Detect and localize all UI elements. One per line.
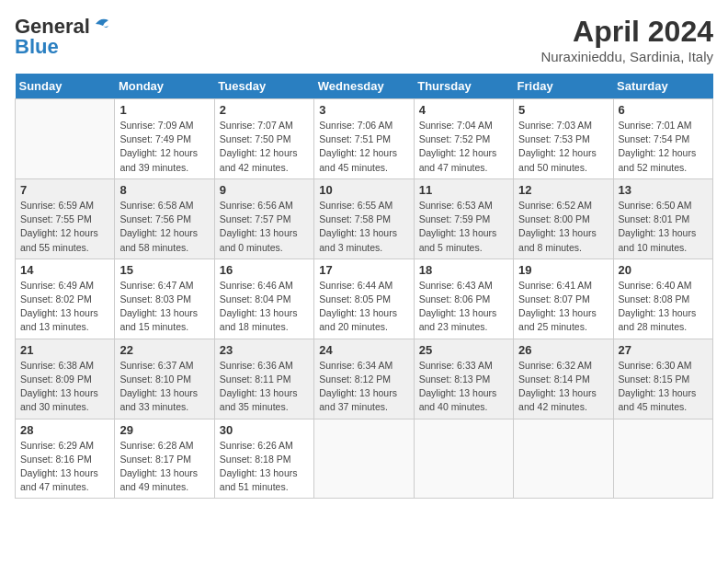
calendar-cell: 7Sunrise: 6:59 AMSunset: 7:55 PMDaylight… <box>16 178 115 259</box>
calendar-cell: 8Sunrise: 6:58 AMSunset: 7:56 PMDaylight… <box>115 178 214 259</box>
weekday-header-tuesday: Tuesday <box>214 74 313 99</box>
day-number: 26 <box>518 343 608 357</box>
calendar-cell: 19Sunrise: 6:41 AMSunset: 8:07 PMDayligh… <box>514 259 613 339</box>
day-number: 15 <box>119 263 209 277</box>
day-detail: Sunrise: 6:29 AMSunset: 8:16 PMDaylight:… <box>20 439 109 495</box>
day-number: 22 <box>119 343 209 357</box>
logo-bird-icon <box>92 17 112 33</box>
day-number: 8 <box>119 183 209 197</box>
day-detail: Sunrise: 6:41 AMSunset: 8:07 PMDaylight:… <box>518 279 608 335</box>
calendar-cell: 14Sunrise: 6:49 AMSunset: 8:02 PMDayligh… <box>16 259 115 339</box>
calendar-cell: 6Sunrise: 7:01 AMSunset: 7:54 PMDaylight… <box>613 99 712 179</box>
day-detail: Sunrise: 6:34 AMSunset: 8:12 PMDaylight:… <box>319 359 408 415</box>
day-detail: Sunrise: 6:30 AMSunset: 8:15 PMDaylight:… <box>619 359 708 415</box>
calendar-week-row: 14Sunrise: 6:49 AMSunset: 8:02 PMDayligh… <box>16 259 713 339</box>
calendar-cell: 27Sunrise: 6:30 AMSunset: 8:15 PMDayligh… <box>613 339 712 419</box>
calendar-cell: 10Sunrise: 6:55 AMSunset: 7:58 PMDayligh… <box>314 178 414 259</box>
day-number: 5 <box>518 103 608 117</box>
day-number: 18 <box>419 263 508 277</box>
calendar-cell <box>414 419 513 499</box>
day-detail: Sunrise: 7:07 AMSunset: 7:50 PMDaylight:… <box>220 119 309 175</box>
day-detail: Sunrise: 6:47 AMSunset: 8:03 PMDaylight:… <box>119 279 209 335</box>
calendar-week-row: 7Sunrise: 6:59 AMSunset: 7:55 PMDaylight… <box>16 178 713 259</box>
day-number: 13 <box>619 183 708 197</box>
logo-blue-text: Blue <box>15 35 59 59</box>
calendar-cell: 16Sunrise: 6:46 AMSunset: 8:04 PMDayligh… <box>214 259 313 339</box>
calendar-week-row: 21Sunrise: 6:38 AMSunset: 8:09 PMDayligh… <box>16 339 713 419</box>
title-area: April 2024 Nuraxinieddu, Sardinia, Italy <box>540 15 713 64</box>
weekday-header-thursday: Thursday <box>414 74 513 99</box>
day-number: 28 <box>20 423 109 437</box>
day-number: 24 <box>319 343 408 357</box>
day-detail: Sunrise: 6:32 AMSunset: 8:14 PMDaylight:… <box>518 359 608 415</box>
calendar-cell: 11Sunrise: 6:53 AMSunset: 7:59 PMDayligh… <box>414 178 513 259</box>
calendar-cell: 4Sunrise: 7:04 AMSunset: 7:52 PMDaylight… <box>414 99 513 179</box>
day-number: 7 <box>20 183 109 197</box>
day-detail: Sunrise: 6:36 AMSunset: 8:11 PMDaylight:… <box>220 359 309 415</box>
calendar-cell: 15Sunrise: 6:47 AMSunset: 8:03 PMDayligh… <box>115 259 214 339</box>
day-number: 21 <box>20 343 109 357</box>
day-detail: Sunrise: 6:55 AMSunset: 7:58 PMDaylight:… <box>319 199 408 255</box>
day-detail: Sunrise: 6:44 AMSunset: 8:05 PMDaylight:… <box>319 279 408 335</box>
day-detail: Sunrise: 6:46 AMSunset: 8:04 PMDaylight:… <box>220 279 309 335</box>
day-detail: Sunrise: 6:56 AMSunset: 7:57 PMDaylight:… <box>220 199 309 255</box>
day-detail: Sunrise: 7:03 AMSunset: 7:53 PMDaylight:… <box>518 119 608 175</box>
day-detail: Sunrise: 7:04 AMSunset: 7:52 PMDaylight:… <box>419 119 508 175</box>
day-detail: Sunrise: 6:49 AMSunset: 8:02 PMDaylight:… <box>20 279 109 335</box>
day-detail: Sunrise: 6:38 AMSunset: 8:09 PMDaylight:… <box>20 359 109 415</box>
weekday-header-monday: Monday <box>115 74 214 99</box>
day-detail: Sunrise: 6:40 AMSunset: 8:08 PMDaylight:… <box>619 279 708 335</box>
calendar-cell: 17Sunrise: 6:44 AMSunset: 8:05 PMDayligh… <box>314 259 414 339</box>
calendar-cell: 29Sunrise: 6:28 AMSunset: 8:17 PMDayligh… <box>115 419 214 499</box>
day-detail: Sunrise: 6:53 AMSunset: 7:59 PMDaylight:… <box>419 199 508 255</box>
calendar-cell: 1Sunrise: 7:09 AMSunset: 7:49 PMDaylight… <box>115 99 214 179</box>
calendar-cell: 22Sunrise: 6:37 AMSunset: 8:10 PMDayligh… <box>115 339 214 419</box>
day-number: 17 <box>319 263 408 277</box>
weekday-header-sunday: Sunday <box>16 74 115 99</box>
day-detail: Sunrise: 6:33 AMSunset: 8:13 PMDaylight:… <box>419 359 508 415</box>
day-number: 6 <box>619 103 708 117</box>
calendar-cell: 5Sunrise: 7:03 AMSunset: 7:53 PMDaylight… <box>514 99 613 179</box>
calendar-cell: 20Sunrise: 6:40 AMSunset: 8:08 PMDayligh… <box>613 259 712 339</box>
calendar-cell: 2Sunrise: 7:07 AMSunset: 7:50 PMDaylight… <box>214 99 313 179</box>
calendar-week-row: 28Sunrise: 6:29 AMSunset: 8:16 PMDayligh… <box>16 419 713 499</box>
calendar-cell: 26Sunrise: 6:32 AMSunset: 8:14 PMDayligh… <box>514 339 613 419</box>
calendar-cell: 21Sunrise: 6:38 AMSunset: 8:09 PMDayligh… <box>16 339 115 419</box>
calendar-cell <box>613 419 712 499</box>
day-detail: Sunrise: 6:43 AMSunset: 8:06 PMDaylight:… <box>419 279 508 335</box>
day-number: 12 <box>518 183 608 197</box>
calendar-cell <box>514 419 613 499</box>
day-number: 1 <box>119 103 209 117</box>
calendar-cell: 18Sunrise: 6:43 AMSunset: 8:06 PMDayligh… <box>414 259 513 339</box>
day-number: 29 <box>119 423 209 437</box>
calendar-table: SundayMondayTuesdayWednesdayThursdayFrid… <box>15 74 713 499</box>
location: Nuraxinieddu, Sardinia, Italy <box>540 49 713 64</box>
day-number: 9 <box>220 183 309 197</box>
weekday-header-wednesday: Wednesday <box>314 74 414 99</box>
day-number: 23 <box>220 343 309 357</box>
calendar-cell: 13Sunrise: 6:50 AMSunset: 8:01 PMDayligh… <box>613 178 712 259</box>
day-number: 20 <box>619 263 708 277</box>
day-detail: Sunrise: 6:28 AMSunset: 8:17 PMDaylight:… <box>119 439 209 495</box>
calendar-cell: 24Sunrise: 6:34 AMSunset: 8:12 PMDayligh… <box>314 339 414 419</box>
weekday-header-saturday: Saturday <box>613 74 712 99</box>
day-detail: Sunrise: 6:58 AMSunset: 7:56 PMDaylight:… <box>119 199 209 255</box>
calendar-cell: 25Sunrise: 6:33 AMSunset: 8:13 PMDayligh… <box>414 339 513 419</box>
day-number: 3 <box>319 103 408 117</box>
weekday-header-friday: Friday <box>514 74 613 99</box>
calendar-cell <box>314 419 414 499</box>
logo: General Blue <box>15 15 112 59</box>
day-number: 11 <box>419 183 508 197</box>
calendar-cell: 23Sunrise: 6:36 AMSunset: 8:11 PMDayligh… <box>214 339 313 419</box>
day-number: 25 <box>419 343 508 357</box>
calendar-cell: 3Sunrise: 7:06 AMSunset: 7:51 PMDaylight… <box>314 99 414 179</box>
day-detail: Sunrise: 6:26 AMSunset: 8:18 PMDaylight:… <box>220 439 309 495</box>
day-number: 27 <box>619 343 708 357</box>
calendar-cell: 12Sunrise: 6:52 AMSunset: 8:00 PMDayligh… <box>514 178 613 259</box>
day-detail: Sunrise: 7:06 AMSunset: 7:51 PMDaylight:… <box>319 119 408 175</box>
month-title: April 2024 <box>540 15 713 49</box>
day-detail: Sunrise: 6:50 AMSunset: 8:01 PMDaylight:… <box>619 199 708 255</box>
day-number: 16 <box>220 263 309 277</box>
day-detail: Sunrise: 7:01 AMSunset: 7:54 PMDaylight:… <box>619 119 708 175</box>
weekday-header-row: SundayMondayTuesdayWednesdayThursdayFrid… <box>16 74 713 99</box>
